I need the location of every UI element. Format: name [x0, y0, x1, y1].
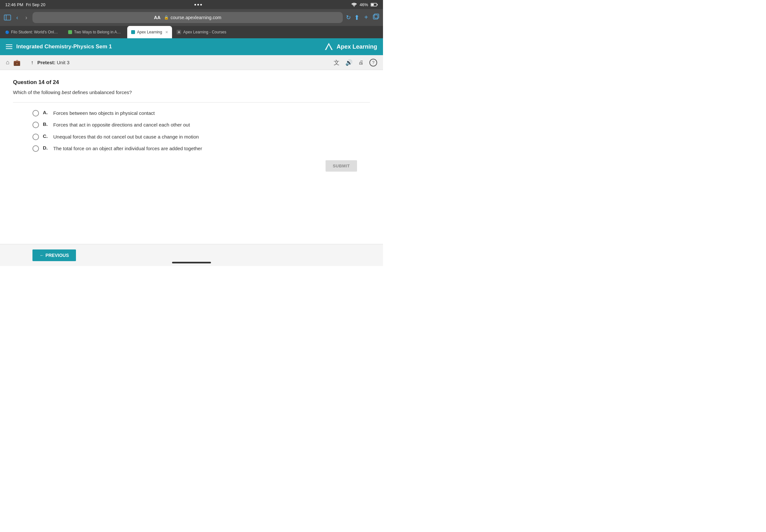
- question-number: Question 14 of 24: [13, 79, 370, 86]
- options-list: A. Forces between two objects in physica…: [13, 110, 370, 152]
- svg-rect-7: [374, 14, 379, 18]
- question-divider: [13, 102, 370, 103]
- speaker-icon[interactable]: 🔊: [345, 59, 352, 66]
- option-c-label: C.: [43, 133, 49, 139]
- url-text: course.apexlearning.com: [171, 15, 221, 20]
- pretest-strong: Pretest:: [37, 60, 55, 65]
- battery-icon: [371, 3, 378, 6]
- help-icon[interactable]: ?: [369, 59, 377, 67]
- tab-filo-icon: 🔵: [5, 30, 9, 34]
- lock-icon: 🔒: [164, 15, 169, 20]
- sub-header-right: 文 🔊 🖨 ?: [334, 59, 377, 67]
- option-d-label: D.: [43, 145, 49, 151]
- option-b-radio[interactable]: [32, 122, 39, 128]
- status-dots: [194, 4, 202, 6]
- option-d-text: The total force on an object after indiv…: [53, 145, 202, 152]
- tab-apex-icon: [131, 30, 135, 34]
- apex-logo-text: Apex Learning: [336, 43, 377, 50]
- pretest-label: Pretest: Unit 3: [37, 60, 69, 65]
- app-header-left: Integrated Chemistry-Physics Sem 1: [6, 43, 112, 50]
- svg-point-0: [354, 6, 354, 6]
- status-time: 12:46 PM: [5, 2, 23, 7]
- content-area: Question 14 of 24 Which of the following…: [0, 70, 383, 266]
- submit-row: SUBMIT: [13, 152, 370, 172]
- share-icon[interactable]: ⬆: [354, 14, 359, 21]
- option-a-label: A.: [43, 110, 49, 115]
- apex-logo: Apex Learning: [323, 42, 377, 52]
- tab-apex-close[interactable]: ✕: [165, 30, 168, 34]
- tab-courses-label: Apex Learning - Courses: [183, 30, 226, 34]
- url-bar[interactable]: AA 🔒 course.apexlearning.com: [32, 12, 343, 23]
- option-d-radio[interactable]: [32, 145, 39, 152]
- home-icon[interactable]: ⌂: [6, 59, 9, 66]
- svg-rect-4: [4, 15, 11, 20]
- main-wrapper: Question 14 of 24 Which of the following…: [0, 70, 383, 266]
- tab-essay-label: Two Ways to Belong in America Essa...: [74, 30, 123, 34]
- submit-button[interactable]: SUBMIT: [325, 160, 357, 172]
- tab-essay-icon: [68, 30, 72, 34]
- tab-apex-label: Apex Learning: [137, 30, 162, 34]
- aa-button[interactable]: AA: [154, 15, 160, 20]
- pretest-unit: Unit 3: [57, 60, 69, 65]
- sub-header: ⌂ 💼 ↑ Pretest: Unit 3 文 🔊 🖨 ?: [0, 55, 383, 70]
- question-italic: best: [62, 90, 71, 95]
- home-indicator: [172, 262, 211, 263]
- briefcase-icon[interactable]: 💼: [13, 59, 20, 66]
- previous-button[interactable]: ← PREVIOUS: [32, 249, 76, 261]
- print-icon[interactable]: 🖨: [358, 60, 363, 66]
- tab-filo[interactable]: 🔵 Filo Student: World's Only Live Insta.…: [1, 26, 64, 38]
- option-c-radio[interactable]: [32, 134, 39, 140]
- svg-rect-6: [373, 15, 378, 19]
- tab-essay[interactable]: Two Ways to Belong in America Essa...: [64, 26, 127, 38]
- app-header: Integrated Chemistry-Physics Sem 1 Apex …: [0, 38, 383, 55]
- option-c[interactable]: C. Unequal forces that do not cancel out…: [32, 133, 370, 141]
- browser-chrome: ‹ › AA 🔒 course.apexlearning.com ↻ ⬆ +: [0, 9, 383, 26]
- option-a-text: Forces between two objects in physical c…: [53, 110, 155, 117]
- back-button[interactable]: ‹: [14, 13, 20, 22]
- status-date: Fri Sep 20: [26, 2, 45, 7]
- tab-filo-label: Filo Student: World's Only Live Insta...: [11, 30, 60, 34]
- option-c-text: Unequal forces that do not cancel out bu…: [53, 133, 199, 141]
- add-tab-icon[interactable]: +: [364, 14, 368, 21]
- tabs-icon[interactable]: [372, 14, 379, 20]
- reload-button[interactable]: ↻: [346, 14, 351, 21]
- status-right: 46%: [351, 2, 378, 7]
- option-b[interactable]: B. Forces that act in opposite direction…: [32, 121, 370, 129]
- browser-actions: ⬆ +: [354, 14, 379, 21]
- tab-courses-icon: A: [176, 30, 181, 34]
- sub-header-left: ⌂ 💼 ↑ Pretest: Unit 3: [6, 59, 69, 66]
- tab-apex[interactable]: Apex Learning ✕: [127, 26, 172, 38]
- tabs-bar: 🔵 Filo Student: World's Only Live Insta.…: [0, 26, 383, 38]
- option-a-radio[interactable]: [32, 110, 39, 116]
- status-bar: 12:46 PM Fri Sep 20 46%: [0, 0, 383, 9]
- forward-button[interactable]: ›: [23, 13, 29, 22]
- up-arrow-icon: ↑: [31, 60, 33, 66]
- translate-icon[interactable]: 文: [334, 59, 339, 67]
- svg-rect-2: [371, 4, 373, 6]
- hamburger-menu[interactable]: [6, 44, 12, 49]
- battery-level: 46%: [359, 2, 368, 7]
- apex-logo-icon: [323, 42, 334, 52]
- course-title: Integrated Chemistry-Physics Sem 1: [16, 43, 112, 50]
- sidebar-icon[interactable]: [4, 15, 11, 20]
- wifi-icon: [351, 3, 357, 7]
- question-text: Which of the following best defines unba…: [13, 89, 370, 96]
- bottom-bar: ← PREVIOUS: [0, 244, 383, 266]
- tab-courses[interactable]: A Apex Learning - Courses: [173, 26, 230, 38]
- svg-rect-3: [377, 4, 377, 5]
- option-b-label: B.: [43, 121, 49, 127]
- option-b-text: Forces that act in opposite directions a…: [53, 121, 190, 129]
- option-a[interactable]: A. Forces between two objects in physica…: [32, 110, 370, 117]
- option-d[interactable]: D. The total force on an object after in…: [32, 145, 370, 152]
